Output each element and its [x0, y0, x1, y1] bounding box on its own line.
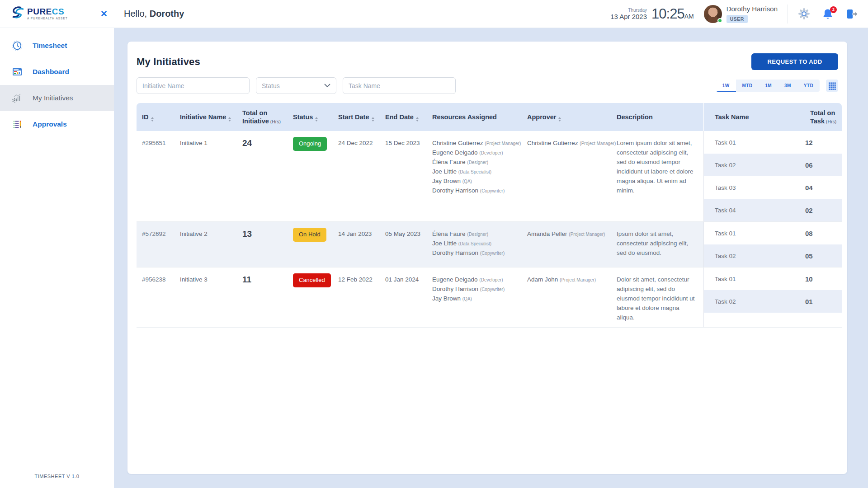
filters: Status	[137, 77, 456, 94]
initiative-total-hours: 13	[237, 222, 288, 267]
task-total-hours: 01	[805, 298, 842, 305]
initiative-row[interactable]: #572692Initiative 213On Hold14 Jan 20230…	[137, 222, 842, 267]
initiative-description: Lorem ipsum dolor sit amet, consectetur …	[611, 131, 703, 221]
table-header-row: IDInitiative NameTotal on Initiative (Hr…	[137, 103, 842, 131]
sidebar-item-label: Timesheet	[33, 42, 67, 50]
initiative-status: Ongoing	[288, 131, 333, 221]
main-area: My Initiatives REQUEST TO ADD Status	[114, 28, 868, 488]
resource: Joe Little (Data Specialist)	[432, 167, 518, 177]
app-version-label: TIMESHEET V 1.0	[0, 474, 114, 479]
column-header-end-date[interactable]: End Date	[380, 108, 427, 126]
task-name-filter-input[interactable]	[343, 77, 456, 94]
column-header-approver[interactable]: Approver	[522, 108, 611, 126]
task-name: Task 02	[715, 253, 805, 259]
task-total-hours: 12	[805, 139, 842, 146]
sort-icon	[151, 117, 154, 122]
range-tab-3m[interactable]: 3M	[778, 80, 797, 92]
initiative-total-hours: 24	[237, 131, 288, 221]
table-body: #295651Initiative 124Ongoing24 Dec 20221…	[137, 131, 842, 328]
range-area: 1WMTD1M3MYTD	[716, 80, 838, 92]
resources-assigned: Christine Gutierrez (Project Manager)Eug…	[427, 131, 522, 221]
column-header-initiative-name[interactable]: Initiative Name	[175, 108, 237, 126]
sidebar-nav: TimesheetDashboardMy InitiativesApproval…	[0, 33, 114, 137]
column-header-id[interactable]: ID	[137, 108, 175, 126]
task-total-hours: 04	[805, 184, 842, 192]
approver-person: Christine Gutierrez (Project Manager)	[527, 139, 608, 148]
request-to-add-button[interactable]: REQUEST TO ADD	[751, 53, 838, 70]
topbar-right: Thursday 13 Apr 2023 10:25AM Dorothy Har…	[610, 0, 858, 28]
topbar-left: PURECS A PUREHEALTH ASSET ✕ Hello, Dorot…	[0, 0, 184, 28]
range-tab-1w[interactable]: 1W	[716, 80, 736, 92]
initiatives-icon	[12, 93, 23, 103]
sidebar-item-label: Dashboard	[33, 68, 69, 76]
column-header-description: Description	[611, 108, 703, 126]
approvals-icon	[12, 119, 23, 130]
calendar-button[interactable]	[826, 80, 838, 92]
task-row: Task 0206	[704, 154, 842, 176]
initiative-name: Initiative 3	[175, 267, 237, 327]
range-tabs: 1WMTD1M3MYTD	[716, 80, 820, 92]
status-badge: Cancelled	[293, 273, 331, 287]
close-sidebar-button[interactable]: ✕	[100, 9, 108, 18]
approver: Adam John (Project Manager)	[522, 267, 611, 327]
initiatives-card: My Initiatives REQUEST TO ADD Status	[127, 42, 847, 474]
sidebar-item-timesheet[interactable]: Timesheet	[0, 33, 114, 59]
range-tab-1m[interactable]: 1M	[759, 80, 778, 92]
sort-icon	[416, 117, 419, 122]
status-badge: Ongoing	[293, 137, 327, 151]
datetime: Thursday 13 Apr 2023 10:25AM	[610, 6, 693, 22]
status-badge: On Hold	[293, 228, 326, 242]
header-actions: 2	[798, 8, 858, 20]
resource: Éléna Faure (Designer)	[432, 230, 518, 239]
sidebar-item-label: Approvals	[33, 120, 67, 128]
sidebar-item-dashboard[interactable]: Dashboard	[0, 59, 114, 85]
brand-logo-icon	[7, 5, 26, 23]
column-header-task-name: Task Name	[703, 103, 805, 131]
initiative-id: #295651	[137, 131, 175, 221]
gear-icon	[798, 8, 810, 20]
online-status-dot	[717, 18, 722, 23]
initiative-name-filter-input[interactable]	[137, 77, 250, 94]
sort-icon	[228, 117, 231, 122]
initiative-id: #572692	[137, 222, 175, 267]
column-header-start-date[interactable]: Start Date	[333, 108, 380, 126]
logout-icon	[845, 8, 858, 20]
initiative-row[interactable]: #956238Initiative 311Cancelled12 Feb 202…	[137, 267, 842, 328]
resource: Eugene Delgado (Developer)	[432, 148, 518, 158]
task-name: Task 01	[715, 139, 805, 146]
start-date: 14 Jan 2023	[333, 222, 380, 267]
task-name: Task 03	[715, 184, 805, 191]
initiative-status: On Hold	[288, 222, 333, 267]
task-row: Task 0108	[704, 222, 842, 244]
column-header-status[interactable]: Status	[288, 108, 333, 126]
user-role-badge: USER	[726, 15, 748, 23]
column-header-total-on-task: Total on Task (Hrs)	[805, 104, 842, 130]
end-date: 15 Dec 2023	[380, 131, 427, 221]
task-name: Task 04	[715, 207, 805, 214]
settings-button[interactable]	[798, 8, 810, 20]
user-profile[interactable]: Dorothy Harrison USER	[704, 5, 778, 23]
task-row: Task 0201	[704, 290, 842, 313]
initiative-id: #956238	[137, 267, 175, 327]
initiative-row[interactable]: #295651Initiative 124Ongoing24 Dec 20221…	[137, 131, 842, 222]
sidebar-item-approvals[interactable]: Approvals	[0, 111, 114, 137]
status-filter-select[interactable]: Status	[256, 77, 336, 94]
clock: 10:25AM	[651, 6, 694, 22]
range-tab-mtd[interactable]: MTD	[736, 80, 759, 92]
resource: Dorothy Harrison (Copywriter)	[432, 285, 518, 294]
logout-button[interactable]	[845, 8, 858, 20]
sidebar-item-my-initiatives[interactable]: My Initiatives	[0, 85, 114, 111]
task-list: Task 0110Task 0201	[703, 267, 842, 327]
card-top-row: My Initiatives REQUEST TO ADD	[137, 53, 842, 70]
brand-tagline: A PUREHEALTH ASSET	[27, 17, 68, 20]
notifications-button[interactable]: 2	[822, 8, 834, 20]
brand-name: PURECS	[27, 7, 68, 16]
sort-icon	[558, 117, 561, 122]
range-tab-ytd[interactable]: YTD	[797, 80, 820, 92]
initiative-total-hours: 11	[237, 267, 288, 327]
approver: Christine Gutierrez (Project Manager)	[522, 131, 611, 221]
end-date: 01 Jan 2024	[380, 267, 427, 327]
sort-icon	[315, 117, 318, 122]
end-date: 05 May 2023	[380, 222, 427, 267]
task-total-hours: 08	[805, 230, 842, 237]
